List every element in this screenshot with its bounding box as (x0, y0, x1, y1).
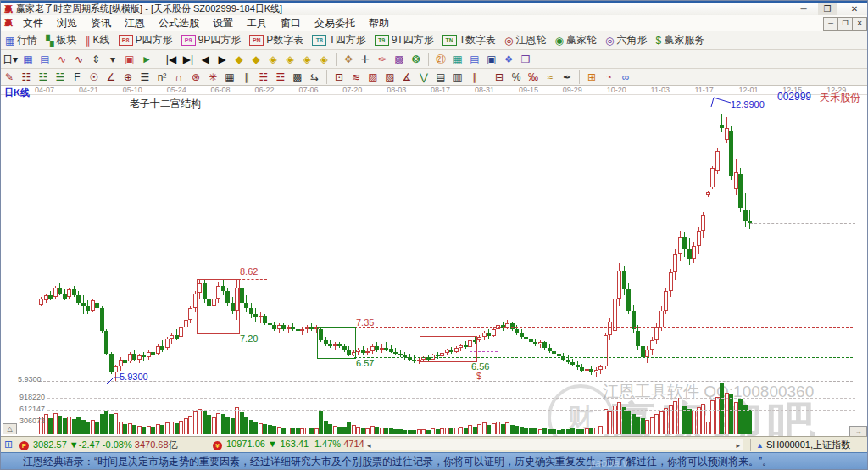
menu-item-江恩[interactable]: 江恩 (118, 14, 152, 32)
chart-window-icon[interactable]: ▦ (19, 52, 36, 67)
scroll-right-button[interactable]: → (849, 426, 867, 436)
menu-item-浏览[interactable]: 浏览 (50, 14, 84, 32)
tools-extra-icon[interactable]: ❒ (517, 52, 534, 67)
pie-circle-icon[interactable]: ◔ (600, 70, 617, 85)
gann-grid-icon[interactable]: ☷ (18, 70, 35, 85)
toolbar-button-9P四方形[interactable]: P99P四方形 (177, 32, 246, 48)
index-panel[interactable]: ▲ SH000001,上证指数 (750, 439, 850, 451)
pencil-tool-icon[interactable]: ✎ (1, 70, 18, 85)
gann-grid3-icon[interactable]: ☱ (52, 70, 69, 85)
mdi-close-button[interactable]: ✕ (852, 17, 867, 31)
fan-lines-icon[interactable]: ≋ (348, 70, 364, 85)
period-label[interactable]: 日K线 (4, 87, 30, 99)
toolbar-button-板块[interactable]: ▚板块 (42, 32, 81, 48)
gann-diamond-arrow-icon[interactable]: ◈ (264, 52, 281, 67)
permille-icon[interactable]: ‰ (525, 70, 542, 85)
last-bar-button[interactable]: ▶| (180, 52, 197, 67)
toolbar-button-行情[interactable]: ▦行情 (1, 32, 42, 48)
width-arrows-icon[interactable]: ⇆ (306, 70, 323, 85)
scroll-right-arrow-icon[interactable]: ▸ (736, 441, 740, 450)
info-panel-icon[interactable]: ▤ (36, 52, 53, 67)
circle-arc-icon[interactable]: ⊕ (120, 70, 136, 85)
infinity-icon[interactable]: ∞ (617, 70, 634, 85)
toolbar-button-江恩轮[interactable]: ◎江恩轮 (500, 32, 550, 48)
marker2-icon[interactable]: ☲ (272, 70, 289, 85)
ink-pen-icon[interactable]: ✒ (559, 70, 576, 85)
menu-item-交易委托[interactable]: 交易委托 (308, 14, 362, 32)
spiral-icon[interactable]: ☉ (86, 70, 103, 85)
gann-diamond-icon[interactable]: ◆ (248, 52, 264, 67)
export-icon[interactable]: ❖ (500, 52, 517, 67)
gann-diamond-arrow-icon[interactable]: ◈ (298, 52, 315, 67)
scale-dropdown-icon[interactable]: ▾ (104, 52, 121, 67)
slashes-icon[interactable]: ∥ (466, 70, 483, 85)
close-button[interactable]: ✕ (845, 3, 864, 15)
target-icon[interactable]: ⊛ (187, 70, 204, 85)
star-burst-icon[interactable]: ✳ (204, 70, 221, 85)
grid-box-icon[interactable]: ▩ (289, 70, 306, 85)
percent-icon[interactable]: % (508, 70, 525, 85)
dynamic-chart-icon[interactable]: ▣ (121, 52, 138, 67)
scroll-up-button[interactable]: △ (3, 423, 17, 434)
menu-item-工具[interactable]: 工具 (240, 14, 274, 32)
toolbar-button-T数字表[interactable]: TNT数字表 (438, 32, 500, 48)
crosshair-tool-icon[interactable]: ✛ (357, 52, 374, 67)
shaded-net2-icon[interactable]: ▧ (381, 70, 398, 85)
candle-scale-icon[interactable]: ⇕ (87, 52, 104, 67)
ladder2-icon[interactable]: ▥ (449, 70, 466, 85)
calendar-icon[interactable]: ㉑ (432, 52, 449, 67)
toolbar-button-T四方形[interactable]: T8T四方形 (308, 32, 370, 48)
sh-index-quote[interactable]: 3082.57 ▼-2.47 -0.08% 3470.68亿 (33, 439, 178, 451)
toolbar-button-赢家服务[interactable]: $赢家服务 (651, 32, 709, 48)
panel-grid-icon[interactable]: ▩ (391, 52, 408, 67)
toolbar-button-K线[interactable]: ∥K线 (81, 32, 114, 48)
period-day-dropdown[interactable]: 日▾ (1, 52, 19, 67)
sz-index-quote[interactable]: 10971.06 ▼-163.41 -1.47% 4714.2 (226, 439, 372, 449)
wheel-small-icon[interactable]: ❂ (408, 52, 425, 67)
gold-ratio-icon[interactable]: ≈ (542, 70, 559, 85)
trend-large-icon[interactable]: ∿ (70, 52, 87, 67)
check-line-icon[interactable]: ⋁ (415, 70, 432, 85)
save-icon[interactable]: ▣ (483, 52, 500, 67)
pen-tool-icon[interactable]: ✑ (374, 52, 391, 67)
calculator-icon[interactable]: ▦ (449, 52, 466, 67)
gann-diamond-arrow-icon[interactable]: ◈ (315, 52, 332, 67)
horizontal-scrollbar[interactable]: ◂ ▸ (364, 439, 743, 450)
report-icon[interactable]: ▤ (466, 52, 483, 67)
angle2-icon[interactable]: ∡ (398, 70, 415, 85)
shaded-net-icon[interactable]: ▨ (364, 70, 381, 85)
flag-icon[interactable]: ► (138, 52, 155, 67)
menu-item-帮助[interactable]: 帮助 (362, 14, 396, 32)
menu-item-窗口[interactable]: 窗口 (274, 14, 308, 32)
kline-pair-icon[interactable]: ∥ (238, 70, 255, 85)
marker-icon[interactable]: ☵ (255, 70, 272, 85)
n-square-icon[interactable]: n² (153, 70, 170, 85)
menu-item-文件[interactable]: 文件 (16, 14, 50, 32)
toolbar-button-P数字表[interactable]: PNP数字表 (245, 32, 308, 48)
menu-item-公式选股[interactable]: 公式选股 (152, 14, 206, 32)
first-bar-button[interactable]: |◀ (163, 52, 180, 67)
scroll-left-arrow-icon[interactable]: ◂ (367, 441, 371, 450)
menu-item-资讯[interactable]: 资讯 (84, 14, 118, 32)
toolbar-button-9T四方形[interactable]: T99T四方形 (370, 32, 438, 48)
gann-diamond-arrow-icon[interactable]: ◈ (281, 52, 298, 67)
grid-orange-icon[interactable]: ⊞ (583, 70, 600, 85)
grid-icon[interactable]: ⊞ (4, 439, 13, 450)
angle-ruler-icon[interactable]: ∠ (103, 70, 120, 85)
gann-grid2-icon[interactable]: ☳ (35, 70, 52, 85)
bars-icon[interactable]: ☰ (136, 70, 153, 85)
next-bar-button[interactable]: ▶ (214, 52, 231, 67)
mdi-minimize-button[interactable]: ─ (823, 17, 838, 31)
gann-diamond-icon[interactable]: ◆ (231, 52, 248, 67)
chart-area[interactable]: 04-0704-2105-1005-2406-0806-2207-0607-20… (1, 86, 867, 436)
percent-box-icon[interactable]: ⊟ (491, 70, 508, 85)
trend-small-icon[interactable]: ∿ (53, 52, 70, 67)
toolbar-button-六角形[interactable]: ◎六角形 (601, 32, 651, 48)
prev-bar-button[interactable]: ◀ (197, 52, 214, 67)
toolbar-button-P四方形[interactable]: P8P四方形 (114, 32, 177, 48)
hand-tool-icon[interactable]: ✥ (340, 52, 357, 67)
restore-button[interactable]: ❐ (818, 3, 837, 15)
toolbar-button-赢家轮[interactable]: ◉赢家轮 (551, 32, 601, 48)
menu-item-设置[interactable]: 设置 (206, 14, 240, 32)
arc-icon[interactable]: ∩ (170, 70, 187, 85)
